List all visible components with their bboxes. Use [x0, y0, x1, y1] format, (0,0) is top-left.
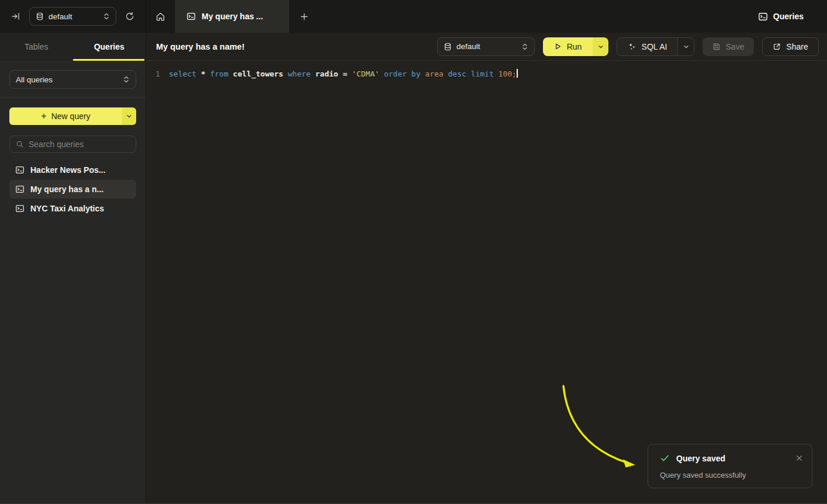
sql-console-app: default My query has ... Quer [0, 0, 827, 504]
terminal-icon [15, 165, 25, 175]
query-item-label: NYC Taxi Analytics [30, 204, 104, 213]
refresh-button[interactable] [122, 9, 137, 24]
plus-icon [300, 12, 309, 21]
sql-code-line: select * from cell_towers where radio = … [161, 68, 518, 80]
search-queries-input[interactable] [29, 140, 130, 149]
run-label: Run [567, 42, 582, 51]
toolbar-controls: default Run [437, 37, 819, 56]
new-query-split-button: + New query [9, 107, 136, 125]
sidebar-expand-icon [11, 12, 20, 21]
close-icon [796, 455, 802, 461]
toast-message: Query saved successfully [660, 471, 804, 479]
sql-token: area [425, 69, 448, 78]
query-list: Hacker News Pos... My query has a n... N… [9, 161, 136, 218]
query-item-label: My query has a n... [30, 185, 103, 194]
play-icon [554, 43, 562, 50]
tab-strip: My query has ... [146, 0, 318, 33]
new-tab-button[interactable] [290, 0, 318, 33]
queries-menu-button[interactable]: Queries [758, 0, 827, 33]
save-label: Save [726, 42, 745, 51]
toast-query-saved: Query saved Query saved successfully [648, 444, 812, 488]
sidebar-expand-button[interactable] [8, 9, 23, 24]
save-icon [712, 43, 721, 51]
query-title[interactable]: My query has a name! [156, 42, 245, 51]
sql-token: cell_towers [233, 69, 288, 78]
header-left-section: default [0, 0, 146, 33]
line-number: 1 [146, 68, 161, 80]
sql-ai-button[interactable]: SQL AI [617, 38, 677, 55]
query-filter-selector[interactable]: All queries [9, 70, 136, 89]
sidebar-divider [0, 97, 146, 98]
sql-ai-label: SQL AI [642, 42, 667, 51]
query-list-item-hacker-news[interactable]: Hacker News Pos... [9, 161, 136, 179]
new-query-label: New query [51, 112, 91, 121]
new-query-button[interactable]: + New query [9, 107, 122, 125]
terminal-icon [758, 12, 768, 22]
run-split-button: Run [543, 37, 608, 56]
database-icon [36, 12, 44, 20]
sql-token: = [342, 69, 352, 78]
chevron-updown-icon [103, 12, 110, 20]
sql-token: limit [471, 69, 499, 78]
sidebar-body: All queries + New query [0, 61, 146, 227]
terminal-icon [15, 185, 25, 194]
search-queries-box [9, 135, 136, 153]
chevron-down-icon [598, 44, 604, 50]
tab-my-query[interactable]: My query has ... [174, 0, 290, 33]
query-editor-panel: My query has a name! default Run [146, 33, 827, 503]
chevron-updown-icon [521, 43, 528, 51]
run-button[interactable]: Run [543, 37, 593, 56]
share-label: Share [786, 42, 808, 51]
home-icon [155, 12, 165, 22]
search-icon [16, 140, 24, 148]
sql-token: from [210, 69, 233, 78]
sql-token: 100; [499, 69, 517, 78]
home-button[interactable] [146, 0, 174, 33]
chevron-down-icon [126, 113, 132, 119]
chevron-down-icon [683, 44, 689, 50]
save-button[interactable]: Save [703, 37, 754, 56]
sql-token: select [169, 69, 201, 78]
run-options-button[interactable] [593, 37, 608, 56]
sparkles-icon [628, 42, 636, 51]
sql-token: radio [315, 69, 342, 78]
sidebar-tab-queries[interactable]: Queries [73, 33, 146, 61]
sidebar: Tables Queries All queries + New query [0, 33, 146, 503]
top-header: default My query has ... Quer [0, 0, 827, 33]
tab-label: My query has ... [202, 12, 263, 21]
sql-editor[interactable]: 1 select * from cell_towers where radio … [146, 61, 827, 503]
plus-icon: + [41, 111, 46, 121]
toolbar-database-selector[interactable]: default [437, 37, 535, 56]
header-database-selector[interactable]: default [29, 7, 116, 26]
toast-title: Query saved [676, 454, 725, 463]
sql-token: * [201, 69, 210, 78]
terminal-icon [15, 204, 25, 213]
text-cursor [517, 69, 518, 78]
share-button[interactable]: Share [762, 37, 819, 56]
query-item-label: Hacker News Pos... [30, 165, 105, 175]
sql-ai-split-button: SQL AI [617, 37, 694, 56]
check-icon [660, 453, 670, 463]
sidebar-tab-tables[interactable]: Tables [0, 33, 73, 61]
sql-token: 'CDMA' [352, 69, 384, 78]
chevron-updown-icon [123, 75, 130, 84]
editor-line-1: 1 select * from cell_towers where radio … [146, 68, 827, 80]
terminal-icon [186, 12, 196, 21]
toast-close-button[interactable] [795, 454, 804, 463]
query-filter-value: All queries [16, 75, 53, 84]
database-icon [444, 43, 452, 51]
query-list-item-nyc-taxi[interactable]: NYC Taxi Analytics [9, 199, 136, 218]
sql-token: where [288, 69, 316, 78]
query-toolbar: My query has a name! default Run [146, 33, 827, 61]
sql-token: order by [384, 69, 425, 78]
share-icon [773, 43, 781, 51]
new-query-options-button[interactable] [122, 107, 136, 125]
queries-menu-label: Queries [773, 12, 804, 21]
sql-ai-options-button[interactable] [677, 38, 694, 55]
toast-header: Query saved [660, 453, 804, 463]
header-database-value: default [49, 12, 72, 21]
query-list-item-my-query[interactable]: My query has a n... [9, 180, 136, 199]
sql-token: desc [448, 69, 471, 78]
toolbar-database-value: default [456, 42, 480, 51]
refresh-icon [125, 12, 134, 21]
